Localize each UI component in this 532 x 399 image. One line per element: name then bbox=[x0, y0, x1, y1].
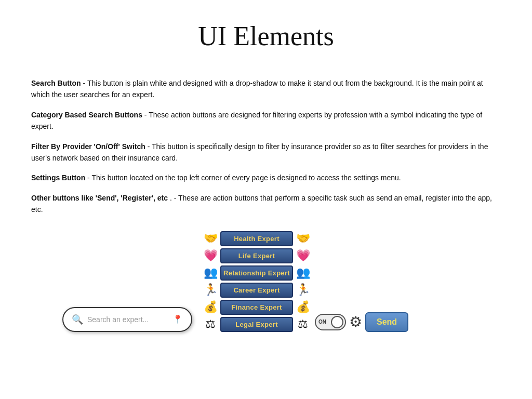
legal-icon-right: ⚖ bbox=[295, 317, 311, 331]
desc-search: Search Button - This button is plain whi… bbox=[31, 77, 501, 101]
career-expert-button[interactable]: Career Expert bbox=[220, 283, 293, 298]
finance-icon-right: 💰 bbox=[295, 300, 311, 314]
legal-expert-button[interactable]: Legal Expert bbox=[220, 317, 293, 332]
send-button[interactable]: Send bbox=[365, 312, 408, 332]
toggle-circle bbox=[331, 316, 343, 328]
toggle-label: ON bbox=[318, 319, 326, 325]
life-icon-left: 💗 bbox=[203, 249, 218, 262]
finance-expert-button[interactable]: Finance Expert bbox=[220, 300, 293, 315]
search-icon: 🔍 bbox=[72, 314, 83, 325]
career-icon-right: 🏃 bbox=[295, 283, 311, 297]
health-icon-left: 🤝 bbox=[203, 232, 218, 245]
desc-search-label: Search Button bbox=[31, 79, 81, 87]
finance-icon-left: 💰 bbox=[203, 300, 218, 314]
settings-icon[interactable]: ⚙ bbox=[349, 313, 362, 330]
life-icon-right: 💗 bbox=[295, 249, 311, 262]
search-button-container: 🔍 Search an expert... 📍 bbox=[62, 307, 192, 332]
action-buttons-container: ON ⚙ Send bbox=[315, 310, 408, 332]
desc-filter: Filter By Provider 'On/Off' Switch - Thi… bbox=[31, 141, 501, 164]
desc-settings-text: - This button located on the top left co… bbox=[87, 174, 401, 182]
provider-toggle[interactable]: ON bbox=[315, 314, 346, 330]
page: UI Elements Search Button - This button … bbox=[0, 0, 532, 399]
desc-other-label: Other buttons like 'Send', 'Register', e… bbox=[31, 194, 168, 202]
desc-category-label: Category Based Search Buttons bbox=[31, 111, 142, 119]
relationship-expert-button[interactable]: Relationship Expert bbox=[220, 265, 293, 281]
desc-filter-label: Filter By Provider 'On/Off' Switch bbox=[31, 142, 145, 151]
desc-settings-label: Settings Button bbox=[31, 174, 85, 182]
category-row-life: 💗 Life Expert 💗 bbox=[203, 248, 311, 263]
search-placeholder: Search an expert... bbox=[87, 315, 168, 324]
relationship-icon-right: 👥 bbox=[295, 266, 311, 280]
category-row-finance: 💰 Finance Expert 💰 bbox=[203, 300, 311, 315]
location-icon: 📍 bbox=[172, 314, 183, 324]
category-row-relationship: 👥 Relationship Expert 👥 bbox=[203, 265, 311, 281]
category-row-career: 🏃 Career Expert 🏃 bbox=[203, 283, 311, 298]
desc-category: Category Based Search Buttons - These ac… bbox=[31, 109, 501, 132]
health-expert-button[interactable]: Health Expert bbox=[220, 231, 293, 246]
desc-other: Other buttons like 'Send', 'Register', e… bbox=[31, 192, 501, 216]
legal-icon-left: ⚖ bbox=[203, 317, 218, 331]
ui-elements-section: 🔍 Search an expert... 📍 🤝 Health Expert … bbox=[31, 231, 501, 332]
action-row: ON ⚙ Send bbox=[315, 312, 408, 332]
page-title: UI Elements bbox=[31, 21, 501, 51]
life-expert-button[interactable]: Life Expert bbox=[220, 248, 293, 263]
desc-search-text: - This button is plain white and designe… bbox=[31, 79, 483, 99]
category-row-health: 🤝 Health Expert 🤝 bbox=[203, 231, 311, 246]
health-icon-right: 🤝 bbox=[295, 232, 311, 245]
search-button[interactable]: 🔍 Search an expert... 📍 bbox=[62, 307, 192, 332]
relationship-icon-left: 👥 bbox=[203, 266, 218, 280]
desc-settings: Settings Button - This button located on… bbox=[31, 172, 501, 183]
category-row-legal: ⚖ Legal Expert ⚖ bbox=[203, 317, 311, 332]
descriptions: Search Button - This button is plain whi… bbox=[31, 77, 501, 216]
category-buttons-container: 🤝 Health Expert 🤝 💗 Life Expert 💗 👥 Rela… bbox=[203, 231, 311, 332]
career-icon-left: 🏃 bbox=[203, 283, 218, 297]
